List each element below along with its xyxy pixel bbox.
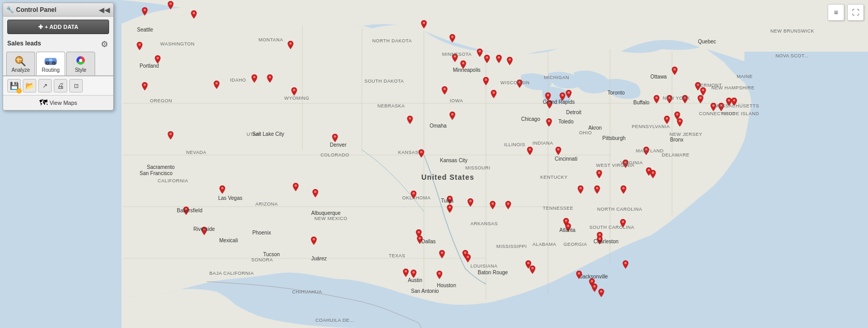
map-pin[interactable] bbox=[597, 236, 603, 244]
map-pin[interactable] bbox=[403, 269, 409, 277]
settings-icon[interactable]: ⚙ bbox=[101, 39, 109, 48]
map-pin[interactable] bbox=[490, 201, 496, 209]
map-pin[interactable] bbox=[529, 265, 536, 274]
expand-button[interactable]: ⛶ bbox=[847, 4, 864, 21]
map-pin[interactable] bbox=[483, 77, 489, 85]
map-pin[interactable] bbox=[251, 74, 257, 83]
map-pin[interactable] bbox=[421, 20, 427, 28]
map-pin[interactable] bbox=[643, 147, 649, 155]
tab-routing[interactable]: Routing bbox=[36, 52, 65, 75]
map-label: SOUTH CAROLINA bbox=[589, 225, 634, 230]
save-button[interactable]: 💾 ! bbox=[7, 79, 21, 92]
map-pin[interactable] bbox=[516, 80, 523, 88]
map-pin[interactable] bbox=[664, 116, 670, 124]
map-label: Quebec bbox=[698, 39, 716, 44]
map-pin[interactable] bbox=[682, 95, 688, 103]
map-pin[interactable] bbox=[650, 170, 656, 178]
map-pin[interactable] bbox=[477, 49, 483, 57]
map-pin[interactable] bbox=[332, 134, 338, 142]
map-pin[interactable] bbox=[598, 289, 604, 297]
map-pin[interactable] bbox=[594, 185, 600, 194]
view-maps-button[interactable]: 🗺 View Maps bbox=[3, 95, 113, 110]
map-pin[interactable] bbox=[565, 223, 571, 231]
map-pin[interactable] bbox=[555, 147, 561, 155]
map-pin[interactable] bbox=[191, 10, 197, 19]
map-pin[interactable] bbox=[311, 237, 317, 245]
map-pin[interactable] bbox=[577, 185, 584, 194]
map-pin[interactable] bbox=[417, 236, 423, 244]
map-pin[interactable] bbox=[559, 92, 566, 101]
map-pin[interactable] bbox=[418, 149, 424, 158]
svg-point-95 bbox=[699, 97, 702, 99]
print-button[interactable]: 🖨 bbox=[54, 79, 67, 92]
map-pin[interactable] bbox=[491, 90, 497, 98]
collapse-button[interactable]: ◀◀ bbox=[99, 6, 110, 14]
map-pin[interactable] bbox=[622, 160, 629, 168]
map-pin[interactable] bbox=[527, 147, 533, 155]
tab-style[interactable]: Style bbox=[66, 52, 95, 75]
map-pin[interactable] bbox=[710, 103, 717, 111]
folder-button[interactable]: 📂 bbox=[23, 79, 36, 92]
map-pin[interactable] bbox=[591, 284, 598, 292]
map-pin[interactable] bbox=[136, 42, 143, 50]
map-pin[interactable] bbox=[507, 57, 513, 65]
section-header: Sales leads ⚙ bbox=[3, 37, 113, 50]
map-container[interactable]: WASHINGTONSeattlePortlandOREGONIDAHOMONT… bbox=[0, 0, 868, 328]
svg-point-53 bbox=[498, 56, 500, 58]
map-pin[interactable] bbox=[596, 170, 602, 178]
map-pin[interactable] bbox=[467, 198, 474, 207]
map-pin[interactable] bbox=[142, 82, 148, 90]
map-pin[interactable] bbox=[436, 271, 443, 279]
map-pin[interactable] bbox=[219, 185, 225, 194]
map-pin[interactable] bbox=[465, 254, 471, 262]
map-pin[interactable] bbox=[183, 207, 189, 215]
svg-point-59 bbox=[507, 202, 509, 205]
map-pin[interactable] bbox=[447, 205, 453, 213]
map-pin[interactable] bbox=[410, 191, 417, 199]
add-data-button[interactable]: ✚ + ADD DATA bbox=[7, 20, 109, 34]
map-pin[interactable] bbox=[293, 183, 299, 191]
map-pin[interactable] bbox=[700, 87, 706, 96]
map-pin[interactable] bbox=[452, 54, 458, 62]
map-pin[interactable] bbox=[546, 118, 552, 127]
map-pin[interactable] bbox=[441, 86, 448, 95]
map-pin[interactable] bbox=[620, 185, 627, 194]
map-pin[interactable] bbox=[287, 41, 294, 49]
map-pin[interactable] bbox=[620, 219, 626, 227]
map-pin[interactable] bbox=[167, 1, 174, 9]
map-pin[interactable] bbox=[718, 103, 724, 111]
export-button[interactable]: ⊡ bbox=[69, 79, 83, 92]
map-pin[interactable] bbox=[484, 55, 490, 63]
map-pin[interactable] bbox=[447, 196, 453, 204]
map-pin[interactable] bbox=[167, 131, 174, 139]
tab-analyze[interactable]: Analyze bbox=[6, 52, 35, 75]
map-pin[interactable] bbox=[545, 92, 551, 101]
map-pin[interactable] bbox=[731, 98, 737, 106]
map-pin[interactable] bbox=[666, 95, 673, 103]
map-pin[interactable] bbox=[312, 189, 318, 197]
map-pin[interactable] bbox=[291, 87, 297, 96]
map-pin[interactable] bbox=[697, 95, 704, 103]
map-pin[interactable] bbox=[449, 34, 455, 42]
map-pin[interactable] bbox=[201, 227, 207, 235]
map-pin[interactable] bbox=[267, 74, 273, 83]
map-pin[interactable] bbox=[449, 112, 455, 120]
map-pin[interactable] bbox=[460, 60, 466, 69]
share-button[interactable]: ↗ bbox=[38, 79, 52, 92]
map-pin[interactable] bbox=[546, 100, 553, 108]
map-pin[interactable] bbox=[672, 67, 678, 75]
list-view-button[interactable]: ≡ bbox=[828, 4, 844, 21]
map-pin[interactable] bbox=[622, 260, 629, 269]
map-pin[interactable] bbox=[496, 55, 502, 63]
map-pin[interactable] bbox=[214, 81, 220, 89]
map-pin[interactable] bbox=[410, 270, 417, 278]
map-pin[interactable] bbox=[677, 118, 683, 127]
map-pin[interactable] bbox=[407, 116, 413, 124]
map-pin[interactable] bbox=[505, 201, 511, 209]
map-pin[interactable] bbox=[142, 7, 148, 15]
map-pin[interactable] bbox=[439, 250, 445, 258]
map-pin[interactable] bbox=[653, 95, 660, 103]
map-pin[interactable] bbox=[566, 90, 572, 98]
map-pin[interactable] bbox=[576, 271, 582, 279]
map-pin[interactable] bbox=[155, 55, 161, 64]
